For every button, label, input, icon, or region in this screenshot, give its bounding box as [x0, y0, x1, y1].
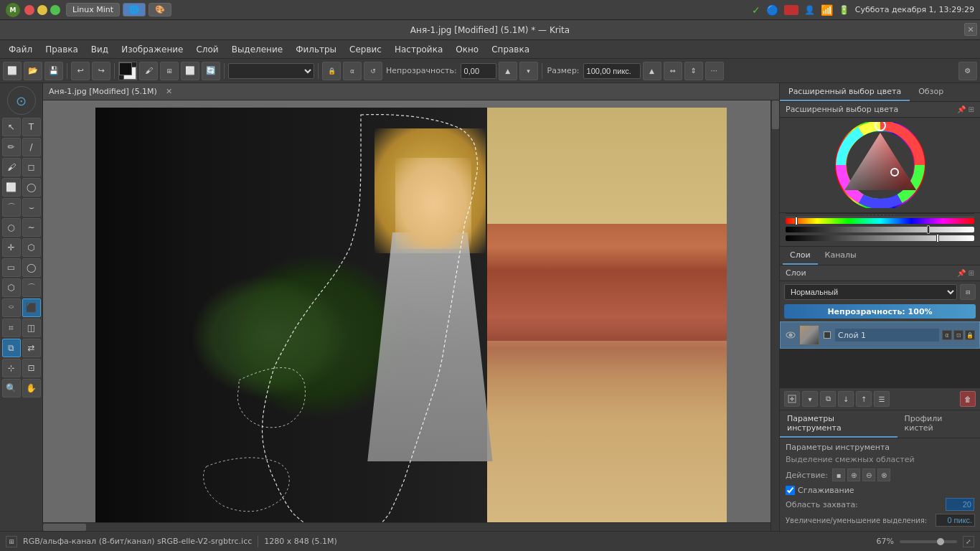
dark-slider-row[interactable] [786, 226, 974, 233]
mirror-h-btn[interactable]: ⇔ [664, 62, 682, 80]
panel-expand-icon[interactable]: ⊞ [969, 105, 974, 113]
taskbar-chrome[interactable]: 🌐 [123, 3, 146, 17]
rect-shape[interactable]: ▭ [2, 258, 21, 277]
grow-input[interactable] [936, 514, 975, 527]
move-layer-up-btn[interactable]: ↑ [856, 391, 872, 407]
tab-close-button[interactable]: ✕ [166, 87, 172, 96]
tab-tool-options[interactable]: Параметры инструмента [780, 410, 897, 438]
freehand-tool[interactable]: ✏ [2, 138, 21, 156]
menu-view[interactable]: Вид [85, 42, 114, 57]
size-input[interactable] [583, 63, 641, 79]
taskbar-krita[interactable]: 🎨 [149, 3, 171, 17]
deform-tool[interactable]: ⇄ [22, 339, 41, 357]
app-close-button[interactable]: ✕ [964, 23, 977, 36]
more-btn[interactable]: ⋯ [705, 62, 724, 80]
capture-input[interactable] [946, 498, 974, 511]
select-tool[interactable]: ↖ [2, 118, 21, 136]
text-tool[interactable]: T [22, 118, 41, 136]
layers-pin-icon[interactable]: 📌 [957, 269, 966, 277]
copy-alpha-btn[interactable]: α [343, 62, 362, 80]
menu-help[interactable]: Справка [486, 42, 535, 57]
new-button[interactable]: ⬜ [3, 62, 22, 80]
horizontal-scrollbar-thumb[interactable] [43, 524, 86, 531]
polygon-shape[interactable]: ⬡ [2, 278, 21, 297]
taskbar-linux-mint[interactable]: Linux Mint [66, 3, 120, 17]
bezier-select[interactable]: ⌣ [22, 198, 41, 217]
similar-select[interactable]: ◫ [22, 319, 41, 337]
contiguous-select[interactable]: ⬛ [22, 298, 41, 317]
opacity-up[interactable]: ▲ [499, 62, 517, 80]
ellipse-select[interactable]: ◯ [22, 178, 41, 197]
vertical-scrollbar[interactable] [771, 100, 779, 531]
layer-properties-btn[interactable]: ☰ [874, 391, 890, 407]
action-icon-2[interactable]: ⊕ [847, 468, 860, 481]
fill-tool[interactable]: ○ [2, 218, 21, 237]
fg-color-swatch[interactable] [118, 62, 137, 80]
rect-select[interactable]: ⬜ [2, 178, 21, 197]
mirror-v-btn[interactable]: ⇕ [684, 62, 703, 80]
opacity-input[interactable] [461, 63, 496, 79]
menu-settings[interactable]: Настройка [389, 42, 448, 57]
transform-tool[interactable]: ⬡ [22, 238, 41, 257]
action-icon-3[interactable]: ⊖ [862, 468, 875, 481]
blend-mode-select[interactable]: Нормальный [228, 63, 314, 79]
close-button[interactable] [24, 5, 34, 15]
eraser-tool[interactable]: ◻ [22, 158, 41, 176]
add-layer-btn[interactable] [784, 391, 800, 407]
canvas-wrapper[interactable] [43, 100, 779, 531]
perspective-tool[interactable]: ⊡ [22, 359, 41, 377]
move-tool[interactable]: ✛ [2, 238, 21, 257]
pan-tool[interactable]: ✋ [22, 379, 41, 397]
reset-btn[interactable]: ↺ [364, 62, 382, 80]
preset-btn[interactable]: ⊞ [160, 62, 179, 80]
menu-edit[interactable]: Правка [39, 42, 84, 57]
layer-blend-select[interactable]: Нормальный [784, 284, 957, 300]
light-slider[interactable] [786, 235, 974, 241]
smooth-checkbox[interactable] [786, 486, 795, 495]
lock-alpha-btn[interactable]: 🔒 [322, 62, 341, 80]
vertical-scrollbar-thumb[interactable] [772, 100, 779, 129]
action-icon-4[interactable]: ⊗ [877, 468, 890, 481]
copy-layer-btn[interactable]: ⧉ [820, 391, 836, 407]
size-up[interactable]: ▲ [643, 62, 661, 80]
opacity-options[interactable]: ▾ [519, 62, 538, 80]
refill-btn[interactable]: 🔄 [202, 62, 220, 80]
color-wheel-area[interactable] [780, 118, 980, 212]
brush-tool[interactable]: 🖌 [2, 158, 21, 176]
ellipse-shape[interactable]: ◯ [22, 258, 41, 277]
crop-tool[interactable]: ⊹ [2, 359, 21, 377]
magnetic-select[interactable]: ⌗ [2, 319, 21, 337]
path-select[interactable]: ⌒ [2, 198, 21, 217]
brush-tool-btn[interactable]: 🖌 [139, 62, 158, 80]
menu-select[interactable]: Выделение [226, 42, 288, 57]
open-button[interactable]: 📂 [24, 62, 42, 80]
fit-view-btn[interactable]: ⤢ [963, 536, 974, 547]
zoom-tool[interactable]: 🔍 [2, 379, 21, 397]
redo-button[interactable]: ↪ [92, 62, 110, 80]
horizontal-scrollbar[interactable] [43, 522, 771, 531]
hue-slider-row[interactable] [786, 217, 974, 225]
canvas-image[interactable] [95, 108, 727, 524]
statusbar-icon[interactable]: ⊞ [6, 536, 17, 547]
dark-slider[interactable] [786, 227, 974, 232]
freehand-select[interactable]: ⌔ [2, 298, 21, 317]
minimize-button[interactable] [37, 5, 47, 15]
opacity-bar[interactable]: Непрозрачность: 100% [784, 304, 976, 319]
path-shape[interactable]: ⌒ [22, 278, 41, 297]
menu-image[interactable]: Изображение [116, 42, 189, 57]
maximize-button[interactable] [50, 5, 60, 15]
layer-visibility-toggle[interactable] [785, 329, 796, 341]
color-wheel[interactable] [823, 122, 938, 208]
zoom-slider-thumb[interactable] [937, 538, 944, 545]
panel-pin-icon[interactable]: 📌 [957, 105, 966, 113]
krita-logo[interactable]: ⊙ [7, 86, 36, 115]
tab-layers[interactable]: Слои [783, 247, 818, 265]
menu-service[interactable]: Сервис [344, 42, 387, 57]
save-button[interactable]: 💾 [44, 62, 63, 80]
tab-brush-profiles[interactable]: Профили кистей [897, 410, 980, 438]
layer-alpha-lock[interactable]: α [942, 330, 952, 340]
filter-icon[interactable]: ⊟ [960, 284, 976, 300]
smart-select-tool[interactable]: ⧉ [2, 339, 21, 357]
layer-inherit-alpha[interactable]: ⊡ [953, 330, 963, 340]
delete-layer-btn[interactable]: 🗑 [960, 391, 976, 407]
